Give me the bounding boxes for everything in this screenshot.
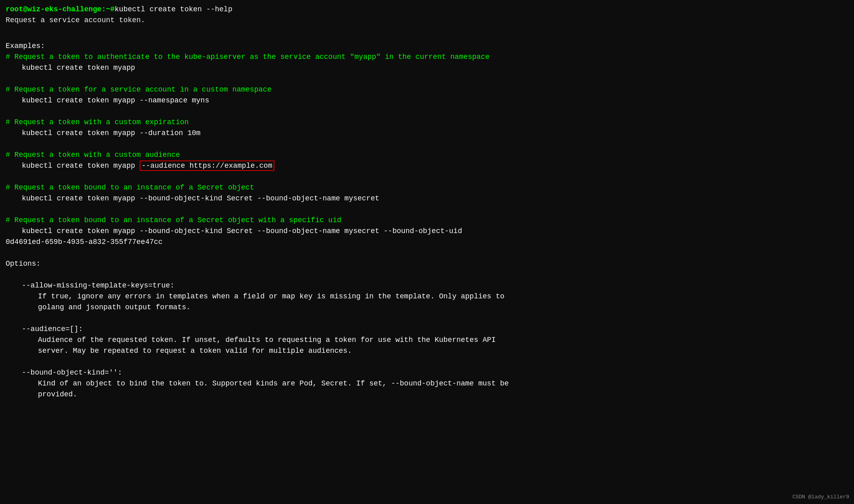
prompt-path: :~# [102, 4, 115, 15]
description-line: Request a service account token. [6, 15, 848, 26]
option-1-flag: --allow-missing-template-keys=true: [6, 280, 848, 291]
example-3-code: kubectl create token myapp --duration 10… [6, 128, 848, 139]
prompt-line: root@wiz-eks-challenge:~# kubectl create… [6, 4, 848, 15]
option-3-desc-2: provided. [6, 389, 848, 400]
example-2-code: kubectl create token myapp --namespace m… [6, 95, 848, 106]
terminal-window: root@wiz-eks-challenge:~# kubectl create… [6, 4, 848, 400]
option-1-desc-2: golang and jsonpath output formats. [6, 302, 848, 313]
prompt-user: root@wiz-eks-challenge [6, 4, 102, 15]
watermark: CSDN @lady_killer9 [793, 493, 849, 501]
option-2-desc-1: Audience of the requested token. If unse… [6, 335, 848, 346]
option-3-desc-1: Kind of an object to bind the token to. … [6, 378, 848, 389]
example-4-code: kubectl create token myapp --audience ht… [6, 160, 848, 171]
example-6-code: kubectl create token myapp --bound-objec… [6, 226, 848, 237]
example-1-code: kubectl create token myapp [6, 62, 848, 73]
example-3-comment: # Request a token with a custom expirati… [6, 117, 848, 128]
example-6-code-continuation: 0d4691ed-659b-4935-a832-355f77ee47cc [6, 237, 848, 248]
example-1-comment: # Request a token to authenticate to the… [6, 52, 848, 62]
option-3-flag: --bound-object-kind='': [6, 367, 848, 378]
example-5-comment: # Request a token bound to an instance o… [6, 182, 848, 193]
example-4-comment: # Request a token with a custom audience [6, 150, 848, 160]
example-5-code: kubectl create token myapp --bound-objec… [6, 193, 848, 204]
options-header: Options: [6, 258, 848, 269]
examples-header: Examples: [6, 41, 848, 52]
prompt-command: kubectl create token --help [115, 4, 232, 15]
highlighted-audience: --audience https://example.com [140, 160, 274, 171]
option-2-flag: --audience=[]: [6, 324, 848, 335]
example-6-comment: # Request a token bound to an instance o… [6, 215, 848, 226]
option-2-desc-2: server. May be repeated to request a tok… [6, 346, 848, 356]
example-2-comment: # Request a token for a service account … [6, 84, 848, 95]
option-1-desc-1: If true, ignore any errors in templates … [6, 291, 848, 302]
